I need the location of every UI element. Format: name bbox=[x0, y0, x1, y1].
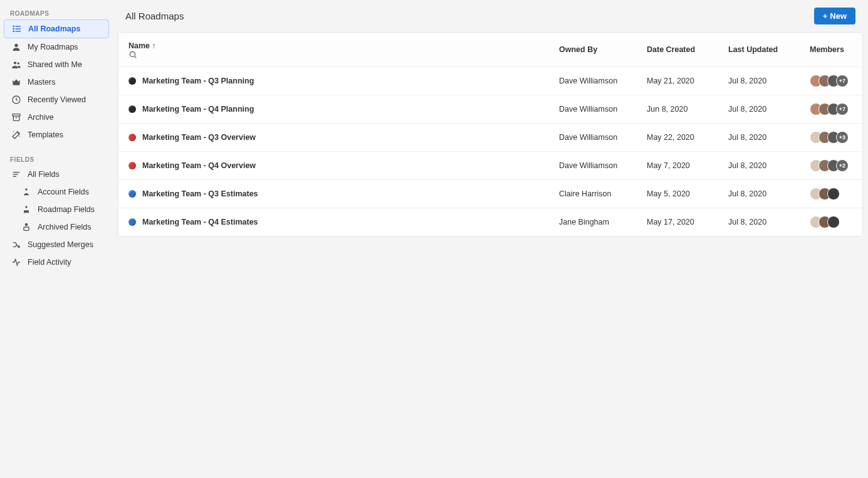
sidebar-item-label: Archive bbox=[28, 113, 54, 122]
lines-icon bbox=[10, 169, 23, 179]
updated-cell: Jul 8, 2020 bbox=[718, 67, 800, 95]
sidebar-item-account-fields[interactable]: Account Fields bbox=[4, 183, 109, 201]
node-icon bbox=[20, 204, 33, 215]
roadmap-name: Marketing Team - Q3 Estimates bbox=[142, 189, 258, 198]
table-row[interactable]: Marketing Team - Q3 OverviewDave William… bbox=[118, 124, 862, 152]
color-dot-icon bbox=[128, 77, 136, 85]
color-dot-icon bbox=[128, 218, 136, 226]
people-icon bbox=[10, 60, 23, 70]
activity-icon bbox=[10, 257, 23, 267]
column-header-members[interactable]: Members bbox=[800, 33, 862, 67]
created-cell: Jun 8, 2020 bbox=[637, 95, 718, 124]
sidebar-item-label: Templates bbox=[28, 130, 63, 139]
sidebar-item-label: Suggested Merges bbox=[28, 240, 93, 249]
plus-icon: + bbox=[823, 11, 828, 21]
main: All Roadmaps + New Name ↑ bbox=[113, 0, 868, 478]
new-button-label: New bbox=[830, 11, 847, 21]
column-header-name[interactable]: Name ↑ bbox=[118, 33, 549, 67]
sidebar-item-label: Shared with Me bbox=[28, 60, 82, 69]
sidebar-item-archived-fields[interactable]: Archived Fields bbox=[4, 218, 109, 236]
table-row[interactable]: Marketing Team - Q4 EstimatesJane Bingha… bbox=[118, 208, 862, 236]
clock-icon bbox=[10, 95, 23, 105]
crown-icon bbox=[10, 77, 23, 87]
archive-icon bbox=[10, 112, 23, 122]
members-cell: +7 bbox=[800, 95, 862, 124]
roadmap-name: Marketing Team - Q4 Estimates bbox=[142, 218, 258, 226]
sidebar-item-label: My Roadmaps bbox=[28, 43, 78, 51]
owner-cell: Dave Williamson bbox=[549, 95, 637, 124]
page-title: All Roadmaps bbox=[125, 11, 184, 21]
members-cell: +7 bbox=[800, 67, 862, 95]
roadmap-name: Marketing Team - Q4 Planning bbox=[142, 105, 254, 114]
created-cell: May 5, 2020 bbox=[637, 180, 718, 208]
sidebar-item-label: All Fields bbox=[28, 170, 60, 179]
color-dot-icon bbox=[128, 162, 136, 169]
avatar[interactable] bbox=[827, 188, 840, 200]
sidebar-section-fields: FIELDS All Fields Account Fields Roadmap… bbox=[4, 152, 109, 271]
updated-cell: Jul 8, 2020 bbox=[718, 124, 800, 152]
sidebar-item-label: Masters bbox=[28, 78, 55, 87]
col-name-label: Name bbox=[128, 41, 150, 50]
wand-icon bbox=[10, 130, 23, 140]
sidebar: ROADMAPS All Roadmaps My Roadmaps Shared… bbox=[0, 0, 113, 478]
owner-cell: Dave Williamson bbox=[549, 152, 637, 180]
svg-point-3 bbox=[13, 26, 14, 26]
sidebar-item-field-activity[interactable]: Field Activity bbox=[4, 253, 109, 271]
roadmap-name: Marketing Team - Q4 Overview bbox=[142, 161, 256, 170]
sidebar-item-suggested-merges[interactable]: Suggested Merges bbox=[4, 236, 109, 253]
svg-point-8 bbox=[18, 62, 19, 64]
sidebar-item-templates[interactable]: Templates bbox=[4, 126, 109, 144]
created-cell: May 22, 2020 bbox=[637, 124, 718, 152]
color-dot-icon bbox=[128, 105, 136, 113]
search-icon[interactable] bbox=[128, 50, 539, 59]
avatar-more[interactable]: +7 bbox=[836, 103, 849, 115]
owner-cell: Claire Harrison bbox=[549, 180, 637, 208]
sidebar-item-all-roadmaps[interactable]: All Roadmaps bbox=[4, 19, 109, 38]
svg-point-7 bbox=[14, 61, 16, 64]
sidebar-section-roadmaps: ROADMAPS All Roadmaps My Roadmaps Shared… bbox=[4, 6, 109, 144]
members-cell bbox=[800, 180, 862, 208]
svg-point-20 bbox=[130, 51, 135, 56]
table-row[interactable]: Marketing Team - Q4 PlanningDave William… bbox=[118, 95, 862, 124]
updated-cell: Jul 8, 2020 bbox=[718, 95, 800, 124]
owner-cell: Dave Williamson bbox=[549, 67, 637, 95]
color-dot-icon bbox=[128, 190, 136, 198]
sidebar-item-archive[interactable]: Archive bbox=[4, 109, 109, 126]
sidebar-item-shared-with-me[interactable]: Shared with Me bbox=[4, 56, 109, 73]
table-row[interactable]: Marketing Team - Q3 PlanningDave William… bbox=[118, 67, 862, 95]
roadmap-name: Marketing Team - Q3 Planning bbox=[142, 77, 254, 85]
svg-rect-10 bbox=[13, 114, 20, 116]
sidebar-item-all-fields[interactable]: All Fields bbox=[4, 166, 109, 183]
sort-asc-icon[interactable]: ↑ bbox=[152, 41, 157, 50]
column-header-created[interactable]: Date Created bbox=[637, 33, 718, 67]
updated-cell: Jul 8, 2020 bbox=[718, 152, 800, 180]
header: All Roadmaps + New bbox=[118, 5, 863, 32]
table-row[interactable]: Marketing Team - Q4 OverviewDave William… bbox=[118, 152, 862, 180]
sidebar-item-recently-viewed[interactable]: Recently Viewed bbox=[4, 91, 109, 109]
node-archive-icon bbox=[20, 222, 33, 232]
sidebar-item-label: Roadmap Fields bbox=[38, 205, 95, 214]
roadmaps-table: Name ↑ Owned By Date Created Last Update… bbox=[118, 32, 863, 236]
members-cell: +2 bbox=[800, 152, 862, 180]
sidebar-item-roadmap-fields[interactable]: Roadmap Fields bbox=[4, 201, 109, 218]
sidebar-item-masters[interactable]: Masters bbox=[4, 73, 109, 91]
avatar-more[interactable]: +2 bbox=[836, 159, 849, 172]
svg-point-5 bbox=[13, 31, 14, 31]
sidebar-item-label: Account Fields bbox=[38, 188, 89, 196]
new-button[interactable]: + New bbox=[814, 8, 855, 24]
sidebar-item-my-roadmaps[interactable]: My Roadmaps bbox=[4, 38, 109, 56]
svg-line-21 bbox=[135, 56, 137, 58]
avatar[interactable] bbox=[827, 216, 840, 228]
table-row[interactable]: Marketing Team - Q3 EstimatesClaire Harr… bbox=[118, 180, 862, 208]
node-icon bbox=[20, 187, 33, 197]
created-cell: May 17, 2020 bbox=[637, 208, 718, 236]
sidebar-item-label: All Roadmaps bbox=[28, 24, 80, 33]
column-header-owner[interactable]: Owned By bbox=[549, 33, 637, 67]
avatar-more[interactable]: +7 bbox=[836, 75, 849, 87]
sidebar-title-fields: FIELDS bbox=[4, 152, 109, 166]
column-header-updated[interactable]: Last Updated bbox=[718, 33, 800, 67]
avatar-more[interactable]: +3 bbox=[836, 131, 849, 144]
svg-point-4 bbox=[13, 28, 14, 29]
svg-point-16 bbox=[25, 206, 27, 208]
svg-point-6 bbox=[14, 44, 18, 47]
